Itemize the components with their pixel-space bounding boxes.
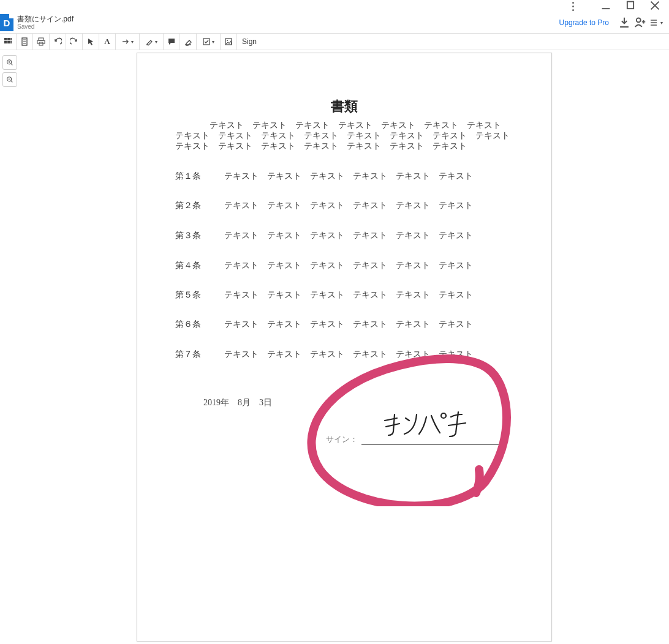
add-person-icon[interactable] xyxy=(633,16,647,29)
article-5: 第５条 テキスト テキスト テキスト テキスト テキスト テキスト xyxy=(175,290,513,301)
svg-line-28 xyxy=(11,81,13,83)
article-3: 第３条 テキスト テキスト テキスト テキスト テキスト テキスト xyxy=(175,230,513,241)
redo-icon[interactable] xyxy=(66,34,83,50)
document-intro: テキスト テキスト テキスト テキスト テキスト テキスト テキスト テキスト … xyxy=(175,121,513,151)
article-body: テキスト テキスト テキスト テキスト テキスト テキスト xyxy=(224,290,513,301)
toolbar: A ▾ ▾ ▾ Sign xyxy=(0,34,669,50)
article-label: 第４条 xyxy=(175,260,212,271)
save-status: Saved xyxy=(17,23,74,30)
download-icon[interactable] xyxy=(618,16,631,29)
pointer-icon[interactable] xyxy=(83,34,99,50)
arrow-tool-icon[interactable]: ▾ xyxy=(116,34,140,50)
upgrade-link[interactable]: Upgrade to Pro xyxy=(559,18,609,27)
article-label: 第６条 xyxy=(175,319,212,330)
minimize-button[interactable] xyxy=(600,0,611,13)
svg-rect-6 xyxy=(7,38,10,40)
document-date: 2019年 8月 3日 xyxy=(203,397,272,408)
article-body: テキスト テキスト テキスト テキスト テキスト テキスト xyxy=(224,230,513,241)
title-text-block: 書類にサイン.pdf Saved xyxy=(17,15,74,30)
zoom-sidebar xyxy=(0,50,20,644)
article-2: 第２条 テキスト テキスト テキスト テキスト テキスト テキスト xyxy=(175,200,513,211)
title-bar: D 書類にサイン.pdf Saved Upgrade to Pro ▾ xyxy=(0,12,669,34)
article-body: テキスト テキスト テキスト テキスト テキスト テキスト xyxy=(224,171,513,182)
svg-rect-8 xyxy=(4,41,7,43)
article-label: 第２条 xyxy=(175,200,212,211)
intro-indent xyxy=(175,121,210,130)
zoom-in-button[interactable] xyxy=(2,55,17,70)
article-body: テキスト テキスト テキスト テキスト テキスト テキスト xyxy=(224,319,513,330)
sign-button[interactable]: Sign xyxy=(237,34,262,50)
page-area[interactable]: 書類 テキスト テキスト テキスト テキスト テキスト テキスト テキスト テキ… xyxy=(20,50,669,644)
comment-tool-icon[interactable] xyxy=(164,34,180,50)
zoom-out-button[interactable] xyxy=(2,72,17,87)
app-doc-icon: D xyxy=(0,14,13,31)
intro-text: テキスト テキスト テキスト テキスト テキスト テキスト テキスト テキスト … xyxy=(175,121,518,151)
article-body: テキスト テキスト テキスト テキスト テキスト テキスト xyxy=(224,200,513,211)
close-button[interactable] xyxy=(649,0,660,13)
thumbnails-icon[interactable] xyxy=(0,34,17,50)
window-controls-bar xyxy=(0,0,669,12)
svg-rect-9 xyxy=(7,41,10,43)
svg-rect-1 xyxy=(627,1,633,9)
article-body: テキスト テキスト テキスト テキスト テキスト テキスト xyxy=(224,260,513,271)
svg-rect-10 xyxy=(10,41,12,43)
workspace: 書類 テキスト テキスト テキスト テキスト テキスト テキスト テキスト テキ… xyxy=(0,50,669,644)
image-tool-icon[interactable] xyxy=(221,34,237,50)
svg-point-30 xyxy=(441,413,446,418)
document-title: 書類 xyxy=(137,97,551,116)
maximize-button[interactable] xyxy=(625,0,636,13)
article-1: 第１条 テキスト テキスト テキスト テキスト テキスト テキスト xyxy=(175,171,513,182)
svg-point-4 xyxy=(637,18,641,22)
article-6: 第６条 テキスト テキスト テキスト テキスト テキスト テキスト xyxy=(175,319,513,330)
print-icon[interactable] xyxy=(33,34,50,50)
svg-rect-7 xyxy=(10,38,12,40)
handwritten-signature[interactable] xyxy=(380,406,484,443)
hamburger-menu-icon[interactable]: ▾ xyxy=(649,16,663,29)
eraser-tool-icon[interactable] xyxy=(180,34,197,50)
svg-rect-20 xyxy=(203,39,210,45)
svg-rect-15 xyxy=(39,38,43,40)
page-view-icon[interactable] xyxy=(17,34,33,50)
highlighter-tool-icon[interactable]: ▾ xyxy=(140,34,164,50)
article-label: 第７条 xyxy=(175,349,212,360)
undo-icon[interactable] xyxy=(50,34,66,50)
svg-rect-5 xyxy=(4,38,7,40)
file-name: 書類にサイン.pdf xyxy=(17,15,74,23)
article-label: 第１条 xyxy=(175,171,212,182)
article-label: 第３条 xyxy=(175,230,212,241)
article-label: 第５条 xyxy=(175,290,212,301)
pdf-page[interactable]: 書類 テキスト テキスト テキスト テキスト テキスト テキスト テキスト テキ… xyxy=(137,53,552,642)
svg-line-24 xyxy=(11,64,13,66)
article-4: 第４条 テキスト テキスト テキスト テキスト テキスト テキスト xyxy=(175,260,513,271)
svg-point-22 xyxy=(227,40,228,41)
kebab-menu-icon[interactable] xyxy=(567,2,578,11)
text-tool-icon[interactable]: A xyxy=(99,34,116,50)
checkbox-tool-icon[interactable]: ▾ xyxy=(197,34,221,50)
